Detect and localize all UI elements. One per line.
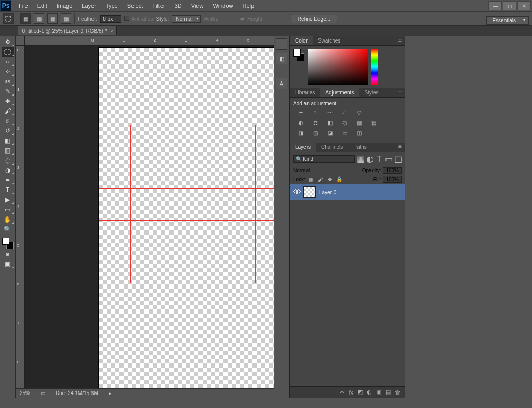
close-document-icon[interactable]: × xyxy=(111,28,113,33)
horizontal-ruler[interactable]: 0 1 2 3 4 5 6 7 8 9 10 xyxy=(25,36,274,46)
photo-filter-icon[interactable]: ◎ xyxy=(340,120,349,128)
dodge-tool[interactable]: ◑ xyxy=(2,166,14,175)
tab-channels[interactable]: Channels xyxy=(316,143,348,152)
new-fill-adjustment-icon[interactable]: ◐ xyxy=(367,389,372,396)
adjustments-panel-menu-icon[interactable]: ≡ xyxy=(395,88,405,97)
expose-icon[interactable]: ▭ xyxy=(41,390,45,396)
fill-value[interactable]: 100% xyxy=(383,176,402,183)
properties-panel-icon[interactable]: ◧ xyxy=(276,53,287,64)
color-field[interactable] xyxy=(308,49,368,85)
posterize-icon[interactable]: ▨ xyxy=(311,130,320,139)
hue-saturation-icon[interactable]: ◐ xyxy=(296,120,305,128)
layer-thumbnail[interactable] xyxy=(303,186,316,198)
filter-pixel-icon[interactable]: ▦ xyxy=(357,154,364,164)
menu-select[interactable]: Select xyxy=(123,1,148,10)
zoom-level[interactable]: 25% xyxy=(20,390,30,396)
document-workspace[interactable]: 0 1 2 3 4 5 6 7 8 9 10 0 1 2 3 4 5 6 7 8… xyxy=(16,36,274,398)
character-panel-icon[interactable]: A xyxy=(276,78,287,89)
invert-icon[interactable]: ◨ xyxy=(296,130,305,139)
menu-layer[interactable]: Layer xyxy=(77,1,100,10)
magic-wand-tool[interactable]: ✧ xyxy=(2,67,14,76)
refine-edge-button[interactable]: Refine Edge... xyxy=(291,15,337,23)
gradient-tool[interactable]: ▥ xyxy=(2,146,14,155)
path-selection-tool[interactable]: ▶ xyxy=(2,195,14,205)
tab-color[interactable]: Color xyxy=(290,36,313,45)
minimize-button[interactable]: — xyxy=(488,1,502,10)
menu-filter[interactable]: Filter xyxy=(148,1,169,10)
layer-row[interactable]: 👁 Layer 0 xyxy=(290,184,405,200)
screen-mode-toggle[interactable]: ▣ xyxy=(2,260,14,269)
selection-new-icon[interactable]: ▦ xyxy=(20,13,31,24)
menu-image[interactable]: Image xyxy=(52,1,77,10)
menu-type[interactable]: Type xyxy=(101,1,122,10)
exposure-icon[interactable]: ☄ xyxy=(340,110,349,118)
menu-help[interactable]: Help xyxy=(238,1,259,10)
black-white-icon[interactable]: ◧ xyxy=(325,120,335,128)
blend-mode-dropdown[interactable]: Normal xyxy=(293,168,360,173)
filter-shape-icon[interactable]: ▭ xyxy=(385,154,392,164)
tab-paths[interactable]: Paths xyxy=(348,143,372,152)
type-tool[interactable]: T xyxy=(2,185,14,195)
lock-transparency-icon[interactable]: ▦ xyxy=(308,176,315,182)
lock-pixels-icon[interactable]: 🖌 xyxy=(317,176,324,182)
marquee-tool-preset-icon[interactable] xyxy=(3,13,14,24)
tab-swatches[interactable]: Swatches xyxy=(313,36,345,45)
levels-icon[interactable]: ⟟ xyxy=(311,110,320,118)
eraser-tool[interactable]: ◧ xyxy=(2,136,14,145)
filter-type-icon[interactable]: T xyxy=(376,155,383,164)
document-canvas[interactable] xyxy=(99,48,274,390)
marquee-tool[interactable] xyxy=(2,47,14,57)
curves-icon[interactable]: 〰 xyxy=(325,110,335,118)
history-brush-tool[interactable]: ↺ xyxy=(2,126,14,135)
menu-file[interactable]: File xyxy=(15,1,32,10)
color-fg-bg-swatch[interactable] xyxy=(293,49,304,61)
blur-tool[interactable]: ◌ xyxy=(2,156,14,165)
shape-tool[interactable]: ▭ xyxy=(2,205,14,214)
tab-libraries[interactable]: Libraries xyxy=(290,88,320,97)
feather-input[interactable]: 0 px xyxy=(100,15,121,23)
delete-layer-icon[interactable]: 🗑 xyxy=(395,389,401,396)
foreground-background-swatch[interactable] xyxy=(2,238,14,249)
new-group-icon[interactable]: ▣ xyxy=(376,389,381,396)
gradient-map-icon[interactable]: ▭ xyxy=(340,130,349,139)
menu-window[interactable]: Window xyxy=(208,1,237,10)
maximize-button[interactable]: ◻ xyxy=(503,1,516,10)
brightness-contrast-icon[interactable]: ☀ xyxy=(296,110,305,118)
channel-mixer-icon[interactable]: ▦ xyxy=(354,120,364,128)
lock-position-icon[interactable]: ✥ xyxy=(326,176,334,182)
menu-view[interactable]: View xyxy=(187,1,208,10)
selective-color-icon[interactable]: ◫ xyxy=(354,130,364,139)
quick-mask-toggle[interactable]: ◙ xyxy=(2,250,14,259)
document-tab[interactable]: Untitled-1 @ 25% (Layer 0, RGB/8) * × xyxy=(18,26,117,35)
zoom-tool[interactable]: 🔍 xyxy=(2,225,14,234)
eyedropper-tool[interactable]: ✎ xyxy=(2,87,14,96)
brush-tool[interactable]: 🖌 xyxy=(2,106,14,116)
vertical-ruler[interactable]: 0 1 2 3 4 5 6 7 8 9 xyxy=(16,46,25,398)
selection-intersect-icon[interactable]: ▦ xyxy=(61,13,71,24)
layer-fx-icon[interactable]: fx xyxy=(349,389,353,396)
tab-styles[interactable]: Styles xyxy=(359,88,383,97)
workspace-switcher[interactable]: Essentials xyxy=(486,16,529,25)
vibrance-icon[interactable]: ▽ xyxy=(354,110,364,118)
lasso-tool[interactable]: ○ xyxy=(2,57,14,66)
move-tool[interactable]: ✥ xyxy=(2,37,14,47)
layer-mask-icon[interactable]: ◩ xyxy=(357,389,363,396)
menu-3d[interactable]: 3D xyxy=(170,1,186,10)
filter-adjust-icon[interactable]: ◐ xyxy=(366,154,374,164)
crop-tool[interactable]: ✂ xyxy=(2,77,14,86)
color-lookup-icon[interactable]: ▤ xyxy=(369,120,378,128)
hue-strip[interactable] xyxy=(371,49,378,85)
healing-brush-tool[interactable]: ✚ xyxy=(2,97,14,106)
layer-visibility-icon[interactable]: 👁 xyxy=(293,187,300,197)
layer-filter-kind[interactable]: 🔍Kind xyxy=(293,155,355,163)
style-dropdown[interactable]: Normal xyxy=(172,15,200,23)
lock-all-icon[interactable]: 🔒 xyxy=(336,176,343,182)
hand-tool[interactable]: ✋ xyxy=(2,215,14,224)
selection-subtract-icon[interactable]: ▦ xyxy=(47,13,58,24)
color-panel-menu-icon[interactable]: ≡ xyxy=(395,36,405,45)
layers-panel-menu-icon[interactable]: ≡ xyxy=(395,143,405,152)
history-panel-icon[interactable]: ≣ xyxy=(276,38,287,50)
doc-size[interactable]: Doc: 24.1M/15.6M xyxy=(56,390,98,396)
new-layer-icon[interactable]: ▤ xyxy=(385,389,391,396)
tab-adjustments[interactable]: Adjustments xyxy=(320,88,359,97)
